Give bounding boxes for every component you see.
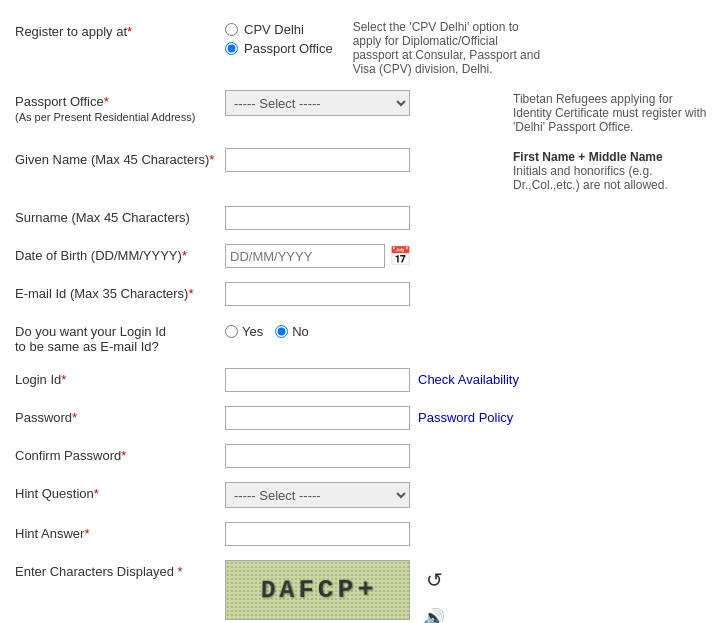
register-at-options: CPV Delhi Passport Office [225,20,333,56]
passport-office-row: Passport Office* (As per Present Residen… [15,90,713,134]
dob-label: Date of Birth (DD/MM/YYYY) [15,248,182,263]
hint-answer-label: Hint Answer [15,526,84,541]
login-id-required: * [61,372,66,387]
yes-option[interactable]: Yes [225,324,263,339]
hint-answer-input[interactable] [225,522,410,546]
password-label-col: Password* [15,406,225,425]
surname-label-col: Surname (Max 45 Characters) [15,206,225,225]
given-name-info: First Name + Middle Name Initials and ho… [503,148,713,192]
dob-input-col: 📅 [225,244,503,268]
captcha-area: DAFCP+ ↺ 🔊 [225,560,450,623]
passport-office-sublabel: (As per Present Residential Address) [15,111,195,123]
confirm-password-input-col [225,444,503,468]
registration-form: Register to apply at* CPV Delhi Passport… [0,0,728,623]
email-required: * [188,286,193,301]
passport-office-radio-label: Passport Office [244,41,333,56]
captcha-audio-button[interactable]: 🔊 [418,602,450,623]
hint-question-input-col: ----- Select ----- [225,482,503,508]
hint-question-select[interactable]: ----- Select ----- [225,482,410,508]
email-input-col [225,282,503,306]
given-name-row: Given Name (Max 45 Characters)* First Na… [15,148,713,192]
email-row: E-mail Id (Max 35 Characters)* [15,282,713,306]
given-name-label: Given Name [15,152,87,167]
passport-office-radio[interactable] [225,42,238,55]
cpv-delhi-label: CPV Delhi [244,22,304,37]
check-availability-link[interactable]: Check Availability [418,368,519,387]
password-input[interactable] [225,406,410,430]
login-same-row: Do you want your Login Id to be same as … [15,320,713,354]
confirm-password-row: Confirm Password* [15,444,713,468]
passport-office-select[interactable]: ----- Select ----- [225,90,410,116]
surname-input[interactable] [225,206,410,230]
register-at-text: Register to apply at [15,24,127,39]
hint-question-label: Hint Question [15,486,94,501]
dob-input[interactable] [225,244,385,268]
login-same-label: Do you want your Login Id [15,324,166,339]
hint-answer-label-col: Hint Answer* [15,522,225,541]
dob-label-col: Date of Birth (DD/MM/YYYY)* [15,244,225,263]
given-name-note: (Max 45 Characters) [91,152,209,167]
confirm-password-required: * [121,448,126,463]
confirm-password-label-col: Confirm Password* [15,444,225,463]
login-id-input[interactable] [225,368,410,392]
dob-required: * [182,248,187,263]
password-row: Password* Password Policy [15,406,713,430]
register-at-label: Register to apply at* [15,20,225,39]
yes-label: Yes [242,324,263,339]
dob-input-wrap: 📅 [225,244,411,268]
no-option[interactable]: No [275,324,309,339]
login-same-radio-group: Yes No [225,320,309,339]
captcha-row: Enter Characters Displayed * DAFCP+ ↺ 🔊 [15,560,713,623]
yes-radio[interactable] [225,325,238,338]
cpv-delhi-option[interactable]: CPV Delhi [225,22,333,37]
cpv-delhi-radio[interactable] [225,23,238,36]
given-name-required: * [209,152,214,167]
surname-row: Surname (Max 45 Characters) [15,206,713,230]
calendar-icon[interactable]: 📅 [389,245,411,267]
no-radio[interactable] [275,325,288,338]
login-id-input-col: Check Availability [225,368,519,392]
register-at-required: * [127,24,132,39]
passport-office-required: * [104,94,109,109]
email-label: E-mail Id [15,286,66,301]
email-note: (Max 35 Characters) [70,286,188,301]
given-name-label-col: Given Name (Max 45 Characters)* [15,148,225,167]
captcha-label: Enter Characters Displayed [15,564,174,579]
hint-answer-required: * [84,526,89,541]
surname-note: (Max 45 Characters) [71,210,189,225]
surname-input-col [225,206,503,230]
passport-office-label: Passport Office [15,94,104,109]
dob-row: Date of Birth (DD/MM/YYYY)* 📅 [15,244,713,268]
password-input-col: Password Policy [225,406,513,430]
passport-office-label-col: Passport Office* (As per Present Residen… [15,90,225,124]
captcha-required: * [174,564,183,579]
captcha-label-col: Enter Characters Displayed * [15,560,225,579]
surname-label: Surname [15,210,68,225]
captcha-text-display: DAFCP+ [260,574,378,605]
email-input[interactable] [225,282,410,306]
register-at-info: Select the 'CPV Delhi' option to apply f… [333,20,543,76]
login-same-label2: to be same as E-mail Id? [15,339,159,354]
given-name-input[interactable] [225,148,410,172]
hint-question-required: * [94,486,99,501]
confirm-password-label: Confirm Password [15,448,121,463]
passport-office-option[interactable]: Passport Office [225,41,333,56]
confirm-password-input[interactable] [225,444,410,468]
given-name-input-col [225,148,503,172]
password-label: Password [15,410,72,425]
login-same-label-col: Do you want your Login Id to be same as … [15,320,225,354]
login-id-label: Login Id [15,372,61,387]
captcha-input-col: DAFCP+ ↺ 🔊 [225,560,503,623]
no-label: No [292,324,309,339]
hint-answer-input-col [225,522,503,546]
email-label-col: E-mail Id (Max 35 Characters)* [15,282,225,301]
captcha-refresh-button[interactable]: ↺ [418,564,450,596]
password-required: * [72,410,77,425]
passport-office-info: Tibetan Refugees applying for Identity C… [503,90,713,134]
password-policy-link[interactable]: Password Policy [418,406,513,425]
login-id-row: Login Id* Check Availability [15,368,713,392]
login-id-label-col: Login Id* [15,368,225,387]
hint-question-row: Hint Question* ----- Select ----- [15,482,713,508]
login-same-input-col: Yes No [225,320,503,339]
hint-answer-row: Hint Answer* [15,522,713,546]
